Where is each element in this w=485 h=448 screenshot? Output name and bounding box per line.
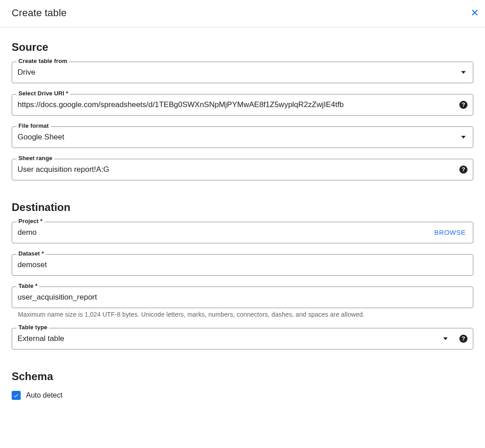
chevron-down-icon bbox=[443, 337, 448, 340]
dialog-header: Create table ✕ bbox=[0, 0, 485, 27]
table-type-select[interactable]: External table bbox=[18, 334, 449, 343]
drive-uri-field: Select Drive URI * ? bbox=[12, 94, 473, 116]
create-table-from-label: Create table from bbox=[17, 58, 69, 64]
sheet-range-label: Sheet range bbox=[17, 155, 54, 161]
dataset-label: Dataset * bbox=[17, 250, 46, 257]
table-type-value: External table bbox=[18, 334, 440, 343]
drive-uri-label: Select Drive URI * bbox=[17, 90, 70, 97]
help-icon[interactable]: ? bbox=[459, 166, 467, 174]
browse-button[interactable]: BROWSE bbox=[432, 228, 467, 236]
project-label: Project * bbox=[17, 218, 44, 224]
autodetect-label: Auto detect bbox=[26, 391, 62, 399]
help-icon[interactable]: ? bbox=[459, 101, 467, 109]
schema-heading: Schema bbox=[12, 370, 473, 383]
table-name-field: Table * bbox=[12, 287, 473, 308]
table-type-field: Table type External table ? bbox=[12, 328, 473, 349]
dialog-title: Create table bbox=[12, 7, 67, 19]
help-icon[interactable]: ? bbox=[459, 335, 467, 343]
dataset-input[interactable] bbox=[18, 260, 467, 269]
file-format-field[interactable]: File format Google Sheet bbox=[12, 126, 473, 148]
project-field: Project * BROWSE bbox=[12, 222, 473, 243]
table-type-label: Table type bbox=[17, 324, 49, 331]
source-heading: Source bbox=[12, 41, 473, 54]
create-table-from-value: Drive bbox=[18, 68, 458, 77]
project-input[interactable] bbox=[18, 228, 432, 237]
file-format-value: Google Sheet bbox=[18, 133, 458, 142]
table-name-helper: Maximum name size is 1,024 UTF-8 bytes. … bbox=[18, 311, 473, 318]
close-icon[interactable]: ✕ bbox=[471, 7, 479, 19]
destination-heading: Destination bbox=[12, 201, 473, 214]
table-name-input[interactable] bbox=[18, 293, 467, 302]
autodetect-row: Auto detect bbox=[12, 391, 473, 400]
dialog-content: Source Create table from Drive Select Dr… bbox=[0, 27, 485, 409]
file-format-label: File format bbox=[17, 122, 51, 129]
drive-uri-input[interactable] bbox=[18, 100, 455, 109]
sheet-range-field: Sheet range ? bbox=[12, 159, 473, 180]
autodetect-checkbox[interactable] bbox=[12, 391, 21, 400]
chevron-down-icon bbox=[461, 71, 466, 74]
dataset-field: Dataset * bbox=[12, 254, 473, 276]
sheet-range-input[interactable] bbox=[18, 165, 455, 174]
chevron-down-icon bbox=[461, 136, 466, 139]
table-name-label: Table * bbox=[17, 282, 39, 289]
create-table-from-field[interactable]: Create table from Drive bbox=[12, 62, 473, 83]
